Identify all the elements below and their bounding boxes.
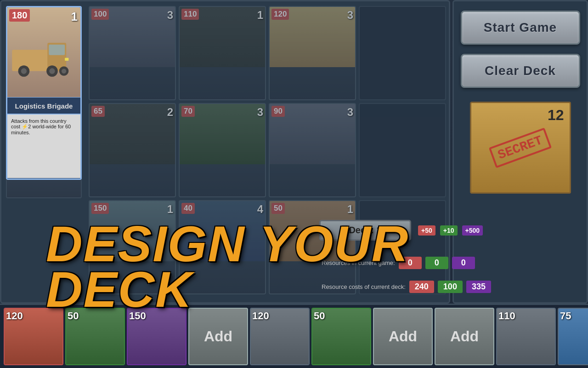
bottom-card-6[interactable]: 50 xyxy=(311,308,371,365)
clear-deck-button[interactable]: Clear Deck xyxy=(461,54,580,88)
grid-card-cost: 65 xyxy=(91,106,105,117)
deck-costs-row: Resource costs of current deck: 240 100 … xyxy=(322,281,491,293)
svg-point-8 xyxy=(62,69,66,73)
bottom-card-3[interactable]: 150 xyxy=(127,308,187,365)
current-green-value: 0 xyxy=(425,257,448,269)
grid-card-cost: 90 xyxy=(271,106,285,117)
featured-card-name: Logistics Brigade xyxy=(9,100,79,112)
bottom-card-2[interactable]: 50 xyxy=(65,308,125,365)
bottom-card-cost: 120 xyxy=(6,310,23,322)
bottom-card-9[interactable]: 110 xyxy=(496,308,556,365)
svg-rect-9 xyxy=(65,58,68,60)
bottom-card-1[interactable]: 120 xyxy=(4,308,63,365)
grid-card-cost: 50 xyxy=(271,203,285,214)
secret-stamp: SECRET xyxy=(489,127,552,168)
featured-card[interactable]: 180 1 Logistics Brigade Attacks from thi… xyxy=(6,6,82,180)
grid-card-count: 3 xyxy=(257,106,263,119)
grid-card-count: 1 xyxy=(347,203,353,216)
bottom-card-5[interactable]: 120 xyxy=(250,308,310,365)
current-resources-row: Resources in current game: 0 0 0 xyxy=(322,257,475,269)
grid-card-cost: 110 xyxy=(181,9,199,20)
grid-card-5[interactable]: 90 3 xyxy=(269,103,356,197)
deck-counter-box: Deck: 1 xyxy=(319,220,411,241)
resource-plus-buttons: +50 +10 +500 xyxy=(418,225,483,236)
svg-point-4 xyxy=(21,68,27,74)
plus-green-btn[interactable]: +10 xyxy=(440,225,458,236)
costs-purple-value: 335 xyxy=(466,281,491,293)
svg-point-6 xyxy=(49,68,55,74)
grid-card-empty2 xyxy=(359,103,446,197)
grid-card-count: 3 xyxy=(167,9,173,22)
start-game-button[interactable]: Start Game xyxy=(461,11,580,45)
secret-file-card: 12 SECRET xyxy=(470,102,571,194)
bottom-card-cost: 50 xyxy=(314,310,325,322)
grid-card-empty xyxy=(359,6,446,100)
grid-card-3[interactable]: 65 2 xyxy=(89,103,176,197)
featured-card-cost: 180 xyxy=(9,9,30,22)
grid-card-4[interactable]: 70 3 xyxy=(179,103,266,197)
featured-card-count: 1 xyxy=(71,10,78,24)
grid-card-cost: 70 xyxy=(181,106,195,117)
current-resources-label: Resources in current game: xyxy=(322,259,395,266)
svg-rect-2 xyxy=(49,45,65,55)
bottom-card-cost: 110 xyxy=(498,310,515,322)
costs-green-value: 100 xyxy=(438,281,463,293)
current-purple-value: 0 xyxy=(452,257,475,269)
secret-file-number: 12 xyxy=(548,107,564,124)
current-red-value: 0 xyxy=(399,257,422,269)
plus-red-btn[interactable]: +50 xyxy=(418,225,435,236)
grid-card-count: 3 xyxy=(347,106,353,119)
grid-card-6[interactable]: 150 1 xyxy=(89,200,176,294)
bottom-card-cost: 50 xyxy=(68,310,79,322)
grid-card-7[interactable]: 40 4 xyxy=(179,200,266,294)
add-button-3[interactable]: Add xyxy=(435,308,494,365)
grid-card-cost: 100 xyxy=(91,9,109,20)
grid-card-cost: 40 xyxy=(181,203,195,214)
grid-card-count: 1 xyxy=(167,203,173,216)
grid-card-cost: 120 xyxy=(271,9,289,20)
bottom-card-cost: 75 xyxy=(560,310,571,322)
card-grid: 100 3 110 1 120 3 65 2 70 3 90 3 xyxy=(89,6,446,294)
grid-card-count: 3 xyxy=(347,9,353,22)
deck-costs-label: Resource costs of current deck: xyxy=(322,283,406,290)
bottom-card-10[interactable]: 75 xyxy=(558,308,588,365)
grid-card-1[interactable]: 110 1 xyxy=(179,6,266,100)
grid-card-count: 4 xyxy=(257,203,263,216)
deck-label: Deck: xyxy=(349,225,373,235)
costs-red-value: 240 xyxy=(409,281,434,293)
grid-card-count: 2 xyxy=(167,106,173,119)
bottom-card-cost: 120 xyxy=(252,310,269,322)
add-button-2[interactable]: Add xyxy=(373,308,433,365)
plus-purple-btn[interactable]: +500 xyxy=(462,225,483,236)
add-button-1[interactable]: Add xyxy=(188,308,248,365)
deck-value: 1 xyxy=(376,225,381,235)
grid-card-cost: 150 xyxy=(91,203,109,214)
grid-card-count: 1 xyxy=(257,9,263,22)
bottom-card-cost: 150 xyxy=(129,310,146,322)
featured-card-description: Attacks from this country cost ⚡2 world-… xyxy=(7,114,80,178)
grid-card-0[interactable]: 100 3 xyxy=(89,6,176,100)
bottom-card-strip: 120 50 150 Add 120 50 Add Add 110 75 xyxy=(0,304,588,368)
grid-card-2[interactable]: 120 3 xyxy=(269,6,356,100)
